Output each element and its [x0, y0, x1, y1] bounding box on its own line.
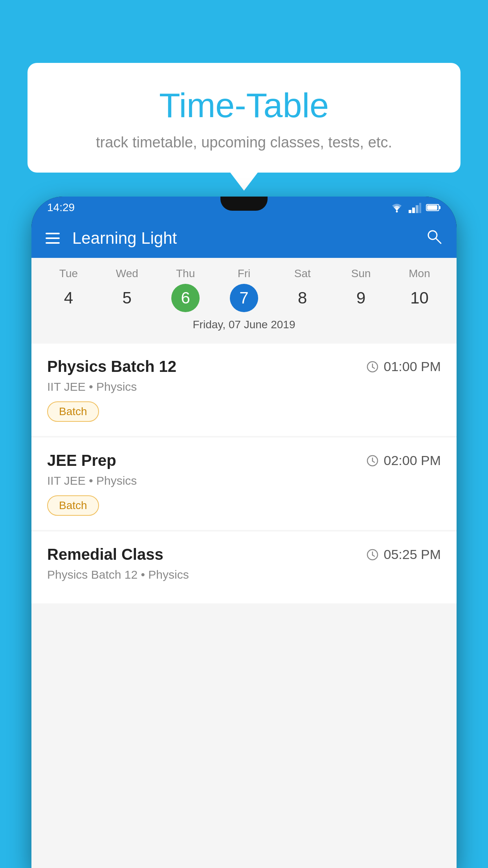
schedule-item-header: Physics Batch 12 01:00 PM — [47, 358, 441, 375]
schedule-item-2[interactable]: Remedial Class 05:25 PMPhysics Batch 12 … — [31, 531, 457, 603]
status-icons — [390, 202, 441, 213]
calendar-days: Tue4Wed5Thu6Fri7Sat8Sun9Mon10 — [31, 267, 457, 312]
time-text: 01:00 PM — [383, 359, 441, 374]
signal-icon — [409, 202, 421, 213]
schedule-time: 01:00 PM — [366, 359, 441, 374]
schedule-name: JEE Prep — [47, 452, 116, 469]
time-text: 05:25 PM — [383, 547, 441, 562]
app-title: Learning Light — [72, 229, 413, 248]
phone-inner: Tue4Wed5Thu6Fri7Sat8Sun9Mon10 Friday, 07… — [31, 258, 457, 868]
schedule-list: Physics Batch 12 01:00 PMIIT JEE • Physi… — [31, 344, 457, 868]
day-label: Sun — [351, 267, 371, 280]
time-text: 02:00 PM — [383, 453, 441, 468]
day-number: 6 — [171, 284, 200, 312]
svg-rect-6 — [427, 205, 437, 210]
schedule-item-0[interactable]: Physics Batch 12 01:00 PMIIT JEE • Physi… — [31, 344, 457, 436]
bubble-subtitle: track timetable, upcoming classes, tests… — [51, 134, 437, 151]
day-label: Mon — [409, 267, 430, 280]
svg-rect-3 — [416, 205, 418, 213]
calendar-day-10[interactable]: Mon10 — [405, 267, 433, 312]
app-bar: Learning Light — [31, 219, 457, 258]
calendar-day-6[interactable]: Thu6 — [171, 267, 200, 312]
schedule-meta: IIT JEE • Physics — [47, 380, 441, 394]
schedule-name: Remedial Class — [47, 546, 163, 563]
day-number: 9 — [347, 284, 375, 312]
status-bar: 14:29 — [31, 197, 457, 219]
schedule-time: 02:00 PM — [366, 453, 441, 468]
clock-icon — [366, 454, 379, 467]
day-number: 8 — [288, 284, 317, 312]
schedule-name: Physics Batch 12 — [47, 358, 176, 375]
svg-rect-1 — [409, 210, 411, 213]
schedule-badge: Batch — [47, 495, 99, 516]
schedule-meta: IIT JEE • Physics — [47, 474, 441, 487]
calendar-day-7[interactable]: Fri7 — [230, 267, 258, 312]
speech-bubble: Time-Table track timetable, upcoming cla… — [28, 63, 460, 173]
calendar-day-5[interactable]: Wed5 — [113, 267, 141, 312]
calendar-date-label: Friday, 07 June 2019 — [31, 312, 457, 339]
status-time: 14:29 — [47, 201, 75, 214]
svg-rect-7 — [439, 206, 440, 209]
svg-rect-4 — [419, 203, 421, 213]
svg-rect-2 — [412, 208, 415, 213]
schedule-time: 05:25 PM — [366, 547, 441, 562]
clock-icon — [366, 360, 379, 373]
search-icon[interactable] — [425, 228, 442, 249]
schedule-badge: Batch — [47, 401, 99, 422]
notch — [220, 197, 268, 211]
hamburger-menu-icon[interactable] — [46, 233, 60, 244]
calendar-day-8[interactable]: Sat8 — [288, 267, 317, 312]
day-label: Thu — [176, 267, 195, 280]
battery-icon — [426, 203, 441, 212]
day-number: 4 — [54, 284, 83, 312]
schedule-item-1[interactable]: JEE Prep 02:00 PMIIT JEE • PhysicsBatch — [31, 438, 457, 530]
day-label: Sat — [294, 267, 311, 280]
calendar-strip: Tue4Wed5Thu6Fri7Sat8Sun9Mon10 Friday, 07… — [31, 258, 457, 344]
svg-point-0 — [396, 211, 398, 213]
day-label: Tue — [59, 267, 78, 280]
schedule-item-header: Remedial Class 05:25 PM — [47, 546, 441, 563]
calendar-day-9[interactable]: Sun9 — [347, 267, 375, 312]
day-number: 7 — [230, 284, 258, 312]
day-label: Wed — [116, 267, 138, 280]
day-label: Fri — [238, 267, 251, 280]
wifi-icon — [390, 202, 404, 213]
day-number: 5 — [113, 284, 141, 312]
clock-icon — [366, 548, 379, 561]
schedule-meta: Physics Batch 12 • Physics — [47, 568, 441, 581]
svg-line-9 — [436, 238, 441, 243]
day-number: 10 — [405, 284, 433, 312]
calendar-day-4[interactable]: Tue4 — [54, 267, 83, 312]
phone-frame: 14:29 — [31, 197, 457, 868]
speech-bubble-container: Time-Table track timetable, upcoming cla… — [28, 63, 460, 173]
svg-line-15 — [372, 461, 374, 462]
bubble-title: Time-Table — [51, 86, 437, 125]
schedule-item-header: JEE Prep 02:00 PM — [47, 452, 441, 469]
svg-line-18 — [372, 555, 374, 556]
svg-line-12 — [372, 367, 374, 368]
